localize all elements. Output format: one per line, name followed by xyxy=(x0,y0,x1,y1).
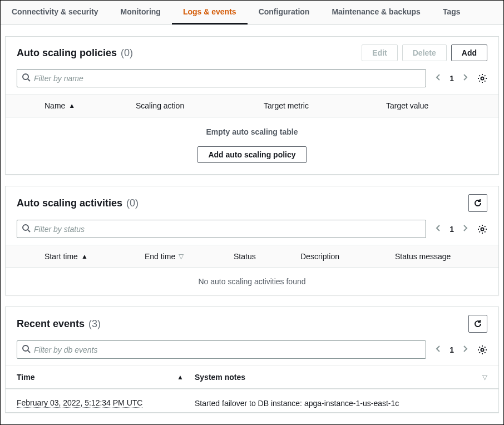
title-count: (3) xyxy=(88,318,101,329)
sort-asc-icon: ▲ xyxy=(81,253,88,260)
refresh-icon xyxy=(473,319,482,328)
pager: 1 xyxy=(435,345,468,354)
tab-connectivity-security[interactable]: Connectivity & security xyxy=(1,1,110,24)
sort-none-icon: ▽ xyxy=(482,373,487,381)
page-next-icon[interactable] xyxy=(462,345,468,354)
col-description[interactable]: Description xyxy=(300,252,395,261)
add-button[interactable]: Add xyxy=(451,45,487,61)
tab-configuration[interactable]: Configuration xyxy=(248,1,321,24)
page-next-icon[interactable] xyxy=(462,224,468,234)
search-icon xyxy=(22,73,31,83)
col-status[interactable]: Status xyxy=(234,252,300,261)
sort-asc-icon: ▲ xyxy=(177,373,184,381)
filter-input[interactable] xyxy=(34,225,421,234)
add-auto-scaling-policy-button[interactable]: Add auto scaling policy xyxy=(197,146,306,163)
tab-maintenance-backups[interactable]: Maintenance & backups xyxy=(320,1,432,24)
empty-text: Empty auto scaling table xyxy=(6,117,498,146)
table-row: February 03, 2022, 5:12:34 PM UTC Starte… xyxy=(6,389,498,412)
refresh-icon xyxy=(473,199,482,207)
page-number: 1 xyxy=(449,74,454,83)
refresh-button[interactable] xyxy=(468,194,487,212)
tab-logs-events[interactable]: Logs & events xyxy=(172,1,248,24)
col-time[interactable]: Time ▲ xyxy=(17,373,195,382)
svg-line-7 xyxy=(28,350,30,353)
page-prev-icon[interactable] xyxy=(435,224,442,234)
settings-icon[interactable] xyxy=(477,224,487,234)
settings-icon[interactable] xyxy=(477,345,487,355)
search-icon xyxy=(22,344,31,355)
page-prev-icon[interactable] xyxy=(435,345,442,354)
col-status-message[interactable]: Status message xyxy=(395,252,487,261)
panel-recent-events: Recent events (3) 1 xyxy=(5,307,499,413)
svg-point-0 xyxy=(23,74,28,80)
page-next-icon[interactable] xyxy=(462,73,468,83)
title-text: Auto scaling policies xyxy=(17,47,117,58)
page-prev-icon[interactable] xyxy=(435,73,442,83)
panel-auto-scaling-policies: Auto scaling policies (0) Edit Delete Ad… xyxy=(5,36,499,175)
panel-title: Auto scaling policies (0) xyxy=(17,47,133,59)
svg-line-4 xyxy=(28,230,30,232)
edit-button[interactable]: Edit xyxy=(362,45,397,61)
pager: 1 xyxy=(435,73,468,83)
title-count: (0) xyxy=(126,197,139,209)
svg-point-5 xyxy=(481,228,484,230)
tab-monitoring[interactable]: Monitoring xyxy=(110,1,172,24)
event-time: February 03, 2022, 5:12:34 PM UTC xyxy=(17,398,142,408)
page-number: 1 xyxy=(449,225,454,234)
filter-box[interactable] xyxy=(17,340,426,359)
panel-auto-scaling-activities: Auto scaling activities (0) 1 xyxy=(5,186,499,295)
filter-input[interactable] xyxy=(34,74,421,83)
svg-line-1 xyxy=(28,79,30,81)
tab-tags[interactable]: Tags xyxy=(432,1,472,24)
filter-box[interactable] xyxy=(17,69,426,87)
filter-box[interactable] xyxy=(17,220,426,238)
tabs-bar: Connectivity & security Monitoring Logs … xyxy=(1,1,503,25)
page-number: 1 xyxy=(449,345,454,354)
delete-button[interactable]: Delete xyxy=(402,45,447,61)
col-target-value[interactable]: Target value xyxy=(386,101,487,110)
sort-none-icon: ▽ xyxy=(179,253,184,260)
col-target-metric[interactable]: Target metric xyxy=(264,101,386,110)
col-scaling-action[interactable]: Scaling action xyxy=(136,101,264,110)
refresh-button[interactable] xyxy=(468,315,487,333)
search-icon xyxy=(22,224,31,234)
filter-input[interactable] xyxy=(34,345,421,354)
svg-point-3 xyxy=(23,225,28,230)
svg-point-2 xyxy=(481,77,484,80)
title-text: Recent events xyxy=(17,318,85,329)
col-end-time[interactable]: End time ▽ xyxy=(145,252,234,261)
pager: 1 xyxy=(435,224,468,234)
event-notes: Started failover to DB instance: apga-in… xyxy=(195,399,399,408)
panel-title: Recent events (3) xyxy=(17,318,101,330)
empty-text: No auto scaling activities found xyxy=(6,268,498,295)
settings-icon[interactable] xyxy=(477,73,487,83)
col-system-notes[interactable]: System notes ▽ xyxy=(195,373,487,382)
col-start-time[interactable]: Start time ▲ xyxy=(45,252,145,261)
title-count: (0) xyxy=(121,47,133,58)
svg-point-8 xyxy=(481,348,484,351)
col-name[interactable]: Name ▲ xyxy=(45,101,136,110)
title-text: Auto scaling activities xyxy=(17,197,122,209)
svg-point-6 xyxy=(23,345,28,351)
panel-title: Auto scaling activities (0) xyxy=(17,197,139,209)
sort-asc-icon: ▲ xyxy=(68,102,75,110)
